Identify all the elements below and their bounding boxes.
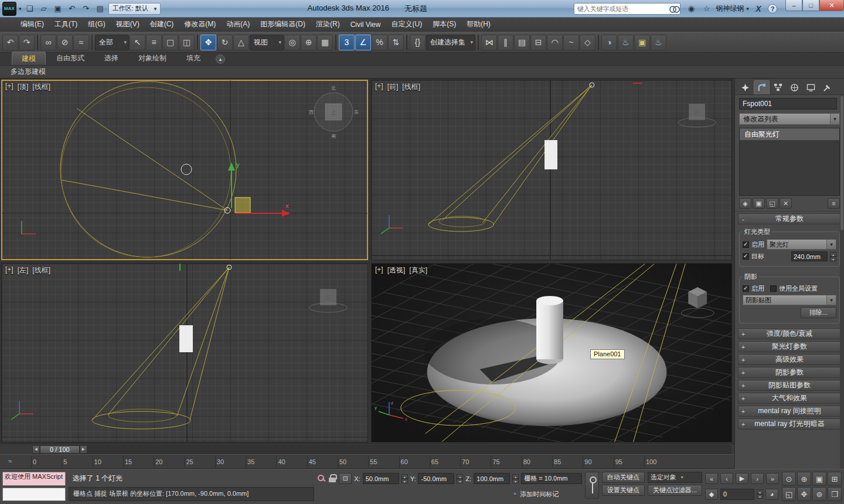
- select-by-name-icon[interactable]: ≡: [146, 35, 162, 50]
- spinner[interactable]: ▴ ▾: [830, 252, 836, 261]
- current-frame-field[interactable]: [723, 491, 750, 498]
- viewport-menu-plus[interactable]: [+]: [375, 265, 383, 275]
- ribbon-tab[interactable]: 填充: [177, 52, 210, 65]
- menu-item[interactable]: 工具(T): [49, 18, 83, 31]
- search-icon[interactable]: [669, 6, 678, 12]
- move-gizmo-plane-handle[interactable]: [235, 197, 250, 213]
- viewport-menu-view[interactable]: [左]: [18, 265, 29, 275]
- next-frame-arrow-icon[interactable]: ►: [80, 445, 87, 454]
- ruler-tick-label[interactable]: 95: [614, 458, 644, 465]
- curve-editor-icon[interactable]: ~: [563, 35, 579, 50]
- key-filters-button[interactable]: 关键点过滤器...: [648, 485, 702, 496]
- remove-modifier-icon[interactable]: ✕: [780, 198, 792, 209]
- ruler-tick-label[interactable]: 100: [644, 458, 675, 465]
- exclude-button[interactable]: 排除...: [801, 307, 836, 318]
- scene-explorer-icon[interactable]: ⊟: [530, 35, 546, 50]
- panel-scrollbar[interactable]: [840, 95, 844, 469]
- viewport-menu-plus[interactable]: [+]: [5, 82, 13, 92]
- select-and-manipulate-icon[interactable]: ⊕: [301, 35, 316, 50]
- ruler-tick-label[interactable]: 45: [307, 458, 338, 465]
- ruler-tick-label[interactable]: 35: [246, 458, 276, 465]
- app-logo-icon[interactable]: MAX: [2, 2, 16, 16]
- use-global-checkbox[interactable]: [770, 285, 777, 292]
- time-slider-handle[interactable]: 0 / 100: [40, 445, 80, 454]
- percent-snap-icon[interactable]: %: [372, 35, 387, 50]
- rollout-header[interactable]: + 大气和效果: [738, 393, 841, 404]
- isolate-selection-icon[interactable]: [317, 474, 326, 483]
- compass-west[interactable]: 西: [309, 110, 314, 115]
- material-editor-icon[interactable]: ◑: [601, 35, 617, 50]
- ruler-tick-label[interactable]: 70: [460, 458, 491, 465]
- ribbon-tab[interactable]: 选择: [95, 52, 128, 65]
- cylinder-object[interactable]: [536, 301, 563, 359]
- add-time-tag[interactable]: 添加时间标记: [520, 490, 559, 499]
- display-tab-icon[interactable]: [803, 80, 819, 94]
- save-file-icon[interactable]: ▣: [52, 3, 64, 15]
- rollout-header[interactable]: + 阴影贴图参数: [738, 380, 841, 391]
- ruler-tick-label[interactable]: 50: [338, 458, 368, 465]
- ruler-tick-label[interactable]: 30: [215, 458, 246, 465]
- utilities-tab-icon[interactable]: [819, 80, 835, 94]
- ruler-tick-label[interactable]: 0: [31, 458, 62, 465]
- go-to-end-icon[interactable]: »: [766, 473, 779, 484]
- motion-tab-icon[interactable]: [787, 80, 802, 94]
- time-configuration-icon[interactable]: ◕: [765, 489, 778, 500]
- user-account-button[interactable]: 钢神绿钢 ▾: [716, 4, 749, 13]
- viewport-menu-view[interactable]: [顶]: [18, 82, 29, 92]
- ruler-tick-label[interactable]: 10: [93, 458, 123, 465]
- viewcube-front[interactable]: 前: [678, 104, 716, 127]
- modify-tab-icon[interactable]: [754, 80, 770, 94]
- ruler-tick-label[interactable]: 85: [552, 458, 583, 465]
- favorites-star-icon[interactable]: ☆: [700, 3, 712, 15]
- unlink-selection-icon[interactable]: ⊘: [57, 35, 73, 50]
- window-crossing-toggle-icon[interactable]: ◫: [179, 35, 195, 50]
- angle-snap-icon[interactable]: ∠: [355, 35, 371, 50]
- light-falloff-circle[interactable]: [60, 81, 236, 257]
- key-mode-toggle-icon[interactable]: ◆: [705, 489, 718, 500]
- use-pivot-point-icon[interactable]: ◎: [284, 35, 300, 50]
- viewport-menu-shading[interactable]: [线框]: [402, 82, 420, 92]
- reference-coordinate-dropdown[interactable]: 视图: [250, 35, 284, 50]
- x-coordinate-field[interactable]: [366, 475, 396, 482]
- viewport-menu-plus[interactable]: [+]: [5, 265, 13, 275]
- communication-center-icon[interactable]: ◉: [685, 3, 697, 15]
- auto-key-button[interactable]: 自动关键点: [602, 472, 645, 483]
- exchange-apps-icon[interactable]: X: [753, 3, 764, 15]
- menu-item[interactable]: Civil View: [345, 19, 386, 30]
- maximize-button[interactable]: □: [802, 0, 819, 11]
- y-spinner[interactable]: ▴▾: [457, 474, 463, 483]
- rollout-header-general[interactable]: - 常规参数: [738, 213, 841, 224]
- select-and-scale-icon[interactable]: △: [233, 35, 249, 50]
- layer-manager-icon[interactable]: ▤: [514, 35, 530, 50]
- target-checkbox[interactable]: [743, 253, 749, 260]
- object-name-field[interactable]: [739, 98, 837, 110]
- ruler-tick-label[interactable]: 90: [583, 458, 613, 465]
- create-tab-icon[interactable]: [737, 80, 753, 94]
- previous-frame-arrow-icon[interactable]: ◄: [32, 445, 40, 454]
- configure-modifier-sets-icon[interactable]: ≡: [828, 198, 840, 209]
- viewcube-face-label[interactable]: 左: [325, 294, 331, 301]
- modifier-stack-list[interactable]: 自由聚光灯: [739, 128, 840, 196]
- menu-item[interactable]: 动画(A): [221, 18, 255, 31]
- workspace-dropdown[interactable]: 工作区: 默认 ▾: [108, 3, 161, 15]
- viewport-perspective[interactable]: [+] [透视] [真实]: [371, 263, 732, 442]
- schematic-view-icon[interactable]: ◇: [580, 35, 595, 50]
- target-distance-field[interactable]: 240.0mm: [791, 251, 828, 261]
- select-and-rotate-icon[interactable]: ↻: [217, 35, 233, 50]
- project-folder-icon[interactable]: ▤: [94, 3, 106, 15]
- redo-icon[interactable]: ↷: [19, 35, 35, 50]
- menu-item[interactable]: 渲染(R): [311, 18, 345, 31]
- selection-lock-icon[interactable]: [328, 474, 336, 483]
- left-view-canvas[interactable]: 左: [2, 264, 367, 442]
- front-view-canvas[interactable]: 前: [372, 80, 731, 260]
- mirror-icon[interactable]: ⋈: [481, 35, 497, 50]
- viewport-menu-view[interactable]: [前]: [387, 82, 399, 92]
- rollout-header[interactable]: + 阴影参数: [738, 367, 841, 378]
- viewport-front[interactable]: [+] [前] [线框]: [371, 80, 732, 260]
- play-icon[interactable]: ▶: [736, 473, 748, 484]
- y-coordinate-field[interactable]: [421, 475, 451, 482]
- help-search[interactable]: [574, 3, 680, 15]
- minimize-button[interactable]: –: [785, 0, 802, 11]
- viewport-menu-shading[interactable]: [真实]: [409, 265, 427, 275]
- snap-toggle-3d-icon[interactable]: 3: [339, 35, 355, 50]
